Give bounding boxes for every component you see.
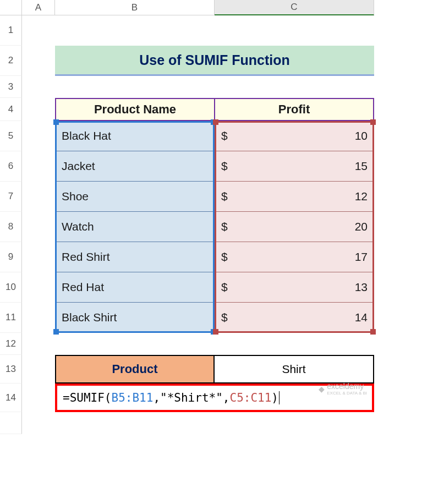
currency-symbol: $: [221, 281, 228, 294]
product-cell-6[interactable]: Black Shirt: [55, 303, 215, 333]
currency-symbol: $: [221, 160, 228, 173]
cell-c12[interactable]: [215, 333, 374, 355]
lookup-value[interactable]: Shirt: [215, 355, 374, 384]
cell-a12[interactable]: [22, 333, 55, 355]
watermark: ◆ exceldemy EXCEL & DATA & BI: [319, 382, 367, 396]
product-cell-0[interactable]: Black Hat: [55, 121, 215, 151]
brand-icon: ◆: [319, 385, 325, 393]
cell-a4[interactable]: [22, 98, 55, 121]
cell-b1[interactable]: [55, 15, 215, 46]
lookup-label[interactable]: Product: [55, 355, 215, 384]
cell-a14[interactable]: [22, 384, 55, 412]
row-header-11[interactable]: 11: [0, 303, 22, 333]
profit-value: 10: [355, 129, 368, 143]
formula-suffix: ): [271, 391, 278, 404]
currency-symbol: $: [221, 129, 228, 143]
formula-range2: C5:C11: [229, 391, 271, 404]
col-header-b[interactable]: B: [55, 0, 215, 15]
profit-value: 13: [355, 281, 368, 294]
header-product-name[interactable]: Product Name: [55, 98, 215, 121]
row-header-15[interactable]: [0, 412, 22, 434]
col-header-c[interactable]: C: [215, 0, 374, 15]
cell-a8[interactable]: [22, 212, 55, 242]
cell-a3[interactable]: [22, 76, 55, 98]
cell-b12[interactable]: [55, 333, 215, 355]
profit-cell-6[interactable]: $ 14: [215, 303, 374, 333]
profit-cell-2[interactable]: $ 12: [215, 182, 374, 212]
cell-a15[interactable]: [22, 412, 55, 434]
cell-a10[interactable]: [22, 272, 55, 303]
formula-sep2: ,: [223, 391, 230, 404]
product-cell-2[interactable]: Shoe: [55, 182, 215, 212]
row-header-4[interactable]: 4: [0, 98, 22, 121]
row-header-10[interactable]: 10: [0, 272, 22, 303]
col-header-a[interactable]: A: [22, 0, 55, 15]
row-header-5[interactable]: 5: [0, 121, 22, 151]
watermark-brand: exceldemy: [327, 382, 364, 391]
currency-symbol: $: [221, 190, 228, 203]
row-header-2[interactable]: 2: [0, 46, 22, 76]
currency-symbol: $: [221, 220, 228, 233]
row-header-9[interactable]: 9: [0, 242, 22, 272]
formula-sep1: ,: [153, 391, 160, 404]
profit-cell-0[interactable]: $ 10: [215, 121, 374, 151]
text-cursor-icon: [279, 391, 279, 404]
title-cell[interactable]: Use of SUMIF Function: [55, 46, 374, 76]
product-cell-1[interactable]: Jacket: [55, 151, 215, 182]
profit-cell-5[interactable]: $ 13: [215, 272, 374, 303]
profit-value: 14: [355, 311, 368, 324]
profit-value: 12: [355, 190, 368, 203]
cell-c1[interactable]: [215, 15, 374, 46]
cell-b15[interactable]: [55, 412, 215, 434]
row-header-7[interactable]: 7: [0, 182, 22, 212]
row-header-3[interactable]: 3: [0, 76, 22, 98]
cell-b3[interactable]: [55, 76, 215, 98]
formula-range1: B5:B11: [112, 391, 154, 404]
product-cell-5[interactable]: Red Hat: [55, 272, 215, 303]
profit-value: 20: [355, 220, 368, 233]
profit-cell-4[interactable]: $ 17: [215, 242, 374, 272]
row-header-6[interactable]: 6: [0, 151, 22, 182]
cell-a6[interactable]: [22, 151, 55, 182]
cell-a2[interactable]: [22, 46, 55, 76]
row-header-8[interactable]: 8: [0, 212, 22, 242]
formula-prefix: =SUMIF(: [63, 391, 112, 404]
cell-a1[interactable]: [22, 15, 55, 46]
cell-a13[interactable]: [22, 355, 55, 384]
header-profit[interactable]: Profit: [215, 98, 374, 121]
profit-value: 17: [355, 250, 368, 264]
select-all-corner[interactable]: [0, 0, 22, 15]
cell-c3[interactable]: [215, 76, 374, 98]
cell-a11[interactable]: [22, 303, 55, 333]
cell-a5[interactable]: [22, 121, 55, 151]
currency-symbol: $: [221, 250, 228, 264]
profit-cell-1[interactable]: $ 15: [215, 151, 374, 182]
row-header-14[interactable]: 14: [0, 384, 22, 412]
profit-cell-3[interactable]: $ 20: [215, 212, 374, 242]
cell-a7[interactable]: [22, 182, 55, 212]
cell-a9[interactable]: [22, 242, 55, 272]
product-cell-3[interactable]: Watch: [55, 212, 215, 242]
cell-c15[interactable]: [215, 412, 374, 434]
product-cell-4[interactable]: Red Shirt: [55, 242, 215, 272]
watermark-tagline: EXCEL & DATA & BI: [327, 391, 367, 396]
row-header-12[interactable]: 12: [0, 333, 22, 355]
row-header-13[interactable]: 13: [0, 355, 22, 384]
profit-value: 15: [355, 160, 368, 173]
currency-symbol: $: [221, 311, 228, 324]
row-header-1[interactable]: 1: [0, 15, 22, 46]
formula-criteria: "*Shirt*": [160, 391, 223, 404]
